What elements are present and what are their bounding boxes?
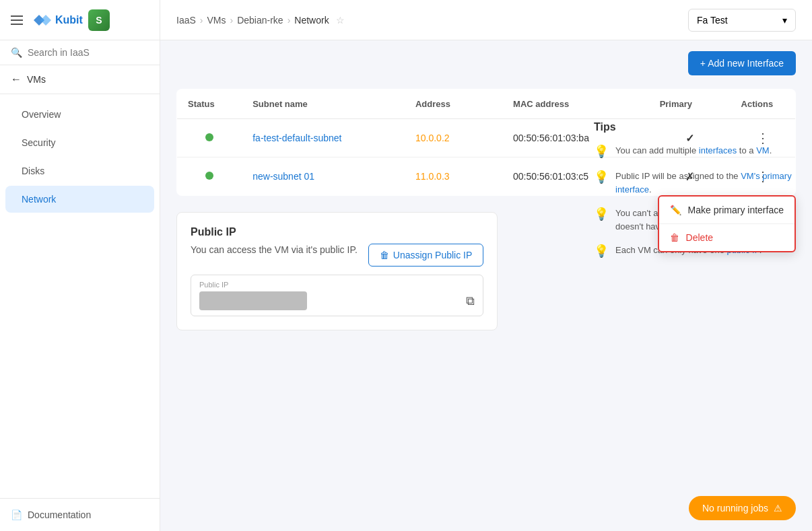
breadcrumb-sep-2: ›	[230, 15, 233, 26]
no-running-jobs-bar[interactable]: No running jobs ⚠	[689, 496, 796, 520]
breadcrumb-debian[interactable]: Debian-rke	[237, 15, 283, 26]
col-header-address: Address	[405, 90, 502, 119]
search-input[interactable]	[28, 47, 149, 58]
tip-item-1: 💡 You can add multiple interfaces to a V…	[594, 144, 796, 159]
workspace-selector[interactable]: Fa Test ▾	[688, 9, 796, 32]
no-jobs-label: No running jobs	[702, 503, 768, 514]
col-header-mac: MAC address	[502, 90, 649, 119]
search-bar: 🔍	[0, 40, 160, 65]
delete-icon: 🗑	[670, 232, 679, 243]
tip-text-2: Public IP will be assigned to the VM's p…	[615, 170, 796, 196]
row1-subnet: fa-test-default-subnet	[242, 119, 405, 157]
tips-title: Tips	[594, 121, 796, 133]
favorite-star-icon[interactable]: ☆	[336, 15, 345, 26]
actions-dropdown-menu: ✏️ Make primary interface 🗑 Delete	[658, 195, 796, 252]
subnet-link-1[interactable]: fa-test-default-subnet	[252, 133, 341, 143]
breadcrumb-sep-1: ›	[200, 15, 203, 26]
workspace-name: Fa Test	[697, 15, 728, 26]
sidebar-item-overview[interactable]: Overview	[5, 101, 154, 128]
sidebar-item-label-overview: Overview	[22, 109, 61, 120]
breadcrumb-network: Network	[294, 15, 329, 26]
logo-area: Kubit S	[31, 9, 110, 31]
tip-link-2[interactable]: VM's primary interface	[615, 171, 792, 194]
edit-icon: ✏️	[670, 205, 681, 215]
breadcrumb-sep-3: ›	[287, 15, 291, 26]
sidebar-item-security[interactable]: Security	[5, 129, 154, 156]
main-content: IaaS › VMs › Debian-rke › Network ☆ Fa T…	[160, 0, 812, 531]
make-primary-menu-item[interactable]: ✏️ Make primary interface	[659, 197, 794, 223]
doc-label: Documentation	[28, 509, 91, 520]
sidebar-item-disks[interactable]: Disks	[5, 157, 154, 184]
ip-field-label: Public IP	[199, 281, 475, 289]
copy-ip-button[interactable]: ⧉	[466, 294, 475, 308]
add-interface-button[interactable]: + Add new Interface	[688, 51, 796, 75]
mac-text-1: 00:50:56:01:03:ba	[513, 133, 589, 143]
back-arrow-icon: ←	[11, 73, 22, 85]
tip-link-vm-1[interactable]: VM	[756, 145, 770, 155]
topbar: IaaS › VMs › Debian-rke › Network ☆ Fa T…	[160, 0, 812, 40]
doc-icon: 📄	[11, 509, 22, 520]
back-to-vms[interactable]: ← VMs	[0, 65, 160, 94]
address-text-1: 10.0.0.2	[415, 133, 450, 143]
delete-menu-item[interactable]: 🗑 Delete	[659, 224, 794, 251]
unassign-icon: 🗑	[380, 250, 389, 260]
row2-subnet: new-subnet 01	[242, 157, 405, 196]
bulb-icon-1: 💡	[594, 144, 609, 159]
documentation-link[interactable]: 📄 Documentation	[11, 509, 149, 520]
breadcrumb: IaaS › VMs › Debian-rke › Network ☆	[176, 15, 345, 26]
sidebar: Kubit S 🔍 ← VMs Overview Security Disks …	[0, 0, 160, 531]
page-content: + Add new Interface Status Subnet name A…	[160, 40, 812, 531]
sidebar-item-label-disks: Disks	[22, 166, 44, 176]
col-header-subnet: Subnet name	[242, 90, 405, 119]
warning-icon: ⚠	[774, 503, 782, 514]
row1-status	[177, 119, 242, 157]
make-primary-label: Make primary interface	[688, 205, 784, 215]
tip-text-1: You can add multiple interfaces to a VM.	[615, 144, 772, 157]
bulb-icon-3: 💡	[594, 207, 609, 221]
mac-text-2: 00:50:56:01:03:c5	[513, 171, 588, 182]
topbar-right: Fa Test ▾	[688, 9, 796, 32]
ip-field-container: Public IP ⧉	[191, 275, 483, 316]
sidebar-item-label-network: Network	[22, 194, 56, 205]
public-ip-title: Public IP	[191, 226, 483, 238]
row1-address: 10.0.0.2	[405, 119, 502, 157]
row2-address: 11.0.0.3	[405, 157, 502, 196]
nav-items: Overview Security Disks Network	[0, 94, 160, 498]
public-ip-section: Public IP You can access the VM via it's…	[176, 212, 498, 330]
secondary-logo: S	[88, 9, 110, 31]
chevron-down-icon: ▾	[782, 15, 787, 26]
sidebar-item-network[interactable]: Network	[5, 186, 154, 213]
row2-status	[177, 157, 242, 196]
col-header-actions: Actions	[731, 90, 796, 119]
sidebar-footer: 📄 Documentation	[0, 498, 160, 531]
kubit-logo-text: Kubit	[55, 14, 83, 26]
breadcrumb-vms[interactable]: VMs	[207, 15, 226, 26]
bulb-icon-4: 💡	[594, 244, 609, 258]
tip-item-2: 💡 Public IP will be assigned to the VM's…	[594, 170, 796, 196]
status-active-icon	[205, 133, 213, 141]
add-interface-label: + Add new Interface	[700, 58, 784, 69]
breadcrumb-iaas[interactable]: IaaS	[176, 15, 196, 26]
col-header-status: Status	[177, 90, 242, 119]
sidebar-header: Kubit S	[0, 0, 160, 40]
kubit-logo: Kubit	[31, 12, 83, 28]
status-active-icon-2	[205, 172, 213, 180]
search-icon: 🔍	[11, 47, 22, 58]
back-label: VMs	[27, 74, 46, 85]
kubit-logo-icon	[31, 12, 53, 28]
hamburger-icon[interactable]	[11, 15, 23, 25]
unassign-label: Unassign Public IP	[393, 250, 473, 260]
subnet-link-2[interactable]: new-subnet 01	[252, 171, 314, 182]
unassign-public-ip-button[interactable]: 🗑 Unassign Public IP	[368, 244, 484, 267]
address-text-2: 11.0.0.3	[415, 171, 450, 182]
tip-link-1[interactable]: interfaces	[699, 145, 737, 155]
delete-label: Delete	[686, 232, 713, 243]
col-header-primary: Primary	[649, 90, 731, 119]
sidebar-item-label-security: Security	[22, 137, 56, 148]
ip-field-row: ⧉	[199, 291, 475, 310]
ip-value-bar	[199, 291, 307, 310]
public-ip-desc: You can access the VM via it's public IP…	[191, 244, 358, 255]
table-header-row: Status Subnet name Address MAC address P…	[177, 90, 796, 119]
bulb-icon-2: 💡	[594, 170, 609, 184]
